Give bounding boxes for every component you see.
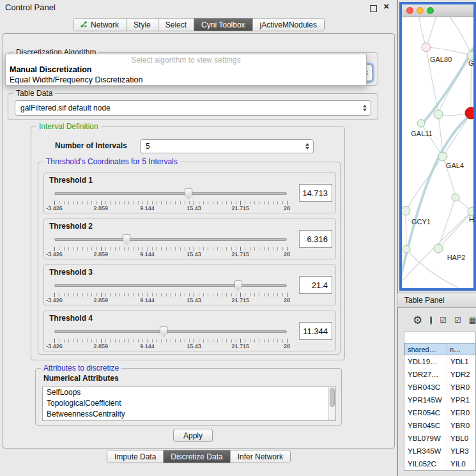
tab-network[interactable]: Network — [73, 19, 127, 31]
network-node[interactable] — [452, 194, 459, 201]
name-cell[interactable]: YBL0 — [447, 434, 475, 442]
table-row[interactable]: YLR345WYLR3 — [404, 445, 475, 457]
shared-name-cell[interactable]: YBR043C — [404, 381, 447, 394]
scale-label: 28 — [284, 297, 290, 303]
shared-name-cell[interactable]: YIL052C — [404, 457, 447, 470]
name-cell[interactable]: YBR0 — [447, 422, 475, 429]
num-intervals-select[interactable]: 5 — [140, 139, 314, 153]
name-cell[interactable]: YBR0 — [447, 383, 475, 391]
attribute-item[interactable]: TopologicalCoefficient — [43, 398, 335, 409]
slider-track[interactable] — [54, 330, 287, 333]
slider-scale: -3.4262.8599.14415.4321.71528 — [54, 297, 287, 304]
slider-track[interactable] — [54, 238, 287, 241]
shared-name-cell[interactable]: YDR27… — [404, 368, 447, 381]
tab-discretize-data[interactable]: Discretize Data — [164, 450, 230, 463]
tab-infer-network[interactable]: Infer Network — [231, 450, 290, 463]
tab-impute-data[interactable]: Impute Data — [107, 450, 164, 463]
network-node[interactable] — [438, 152, 447, 161]
shared-name-cell[interactable]: YLR345W — [404, 445, 447, 457]
table-row[interactable]: YDL19…YDL1 — [404, 355, 475, 368]
attributes-list[interactable]: SelfLoopsTopologicalCoefficientBetweenne… — [42, 387, 336, 421]
threshold-value-field[interactable]: 14.713 — [299, 184, 332, 202]
table-row[interactable]: YER054CYER0 — [404, 406, 475, 419]
node-table: shared… n… YDL19…YDL1YDR27…YDR2YBR043CYB… — [404, 332, 476, 471]
table-data-select[interactable]: galFiltered.sif default node — [15, 100, 371, 116]
threshold-slider[interactable] — [54, 280, 287, 292]
threshold-value-field[interactable]: 21.4 — [299, 276, 332, 294]
name-cell[interactable]: YDL1 — [447, 358, 475, 365]
tab-style[interactable]: Style — [127, 19, 158, 31]
network-node[interactable] — [468, 207, 473, 216]
table-row[interactable]: YIL052CYIL0 — [404, 457, 475, 470]
name-cell[interactable]: YPR1 — [447, 396, 475, 404]
slider-handle[interactable] — [234, 280, 242, 291]
threshold-slider[interactable] — [54, 326, 287, 338]
tab-select[interactable]: Select — [158, 19, 194, 31]
network-node[interactable] — [467, 51, 473, 60]
group-title: Threshold's Coordinates for 5 Intervals — [43, 157, 180, 166]
network-node[interactable] — [434, 110, 443, 119]
table-row[interactable]: YPR145WYPR1 — [404, 394, 475, 406]
slider-handle[interactable] — [185, 188, 193, 199]
grid-icon[interactable]: ▦ — [469, 316, 476, 324]
attribute-item[interactable]: SelfLoops — [43, 387, 335, 398]
slider-handle[interactable] — [122, 234, 130, 245]
gear-icon[interactable]: ⚙ — [413, 315, 422, 326]
slider-handle[interactable] — [160, 326, 168, 337]
float-window-icon[interactable] — [370, 5, 377, 12]
tab-cyni-toolbox[interactable]: Cyni Toolbox — [194, 19, 252, 31]
table-row[interactable]: YBR043CYBR0 — [404, 381, 475, 394]
selected-network-node[interactable] — [465, 107, 473, 119]
table-row[interactable]: YBR045CYBR0 — [404, 419, 475, 432]
deselect-all-icon[interactable]: ☑ — [454, 316, 461, 324]
apply-button[interactable]: Apply — [173, 429, 213, 442]
close-icon[interactable]: × — [383, 1, 389, 12]
network-canvas[interactable]: GAL80 GAL11 GAL4 GCY1 HAP2 GA H — [402, 17, 473, 288]
interval-definition-group: Interval Definition Number of Intervals … — [31, 127, 345, 360]
shared-name-cell[interactable]: YBR045C — [404, 419, 447, 432]
slider-track[interactable] — [54, 192, 287, 195]
scrollbar-thumb[interactable] — [330, 388, 335, 407]
slider-major-ticks — [54, 201, 288, 205]
shared-name-cell[interactable]: YPR145W — [404, 394, 447, 406]
threshold-slider[interactable] — [54, 234, 287, 246]
node-label: GAL80 — [430, 56, 452, 63]
name-cell[interactable]: YLR3 — [447, 447, 475, 455]
column-header-name[interactable]: n… — [447, 343, 475, 355]
network-node[interactable] — [417, 119, 425, 127]
shared-name-cell[interactable]: YBL079W — [404, 432, 447, 445]
scrollbar[interactable] — [328, 387, 335, 420]
scale-label: 2.859 — [94, 297, 109, 303]
popup-option-manual-discretization[interactable]: Manual Discretization — [6, 65, 366, 75]
network-node[interactable] — [422, 43, 431, 52]
table-row[interactable]: YBL079WYBL0 — [404, 432, 475, 445]
attribute-item[interactable]: BetweennessCentrality — [43, 409, 335, 420]
select-all-icon[interactable]: ☑ — [440, 316, 447, 324]
shared-name-cell[interactable]: YER054C — [404, 406, 447, 419]
popup-option-equal-width-frequency[interactable]: Equal Width/Frequency Discretization — [6, 75, 366, 85]
columns-icon[interactable] — [430, 316, 432, 325]
threshold-value-field[interactable]: 11.344 — [299, 322, 332, 340]
close-traffic-light-icon[interactable] — [406, 7, 413, 14]
threshold-value-field[interactable]: 6.316 — [299, 230, 332, 248]
name-cell[interactable]: YDR2 — [447, 371, 475, 378]
scale-label: 15.43 — [187, 251, 201, 257]
shared-name-cell[interactable]: YDL19… — [404, 355, 447, 368]
tab-jactivemnodules[interactable]: jActiveMNodules — [253, 19, 324, 31]
network-tab-icon — [81, 21, 88, 28]
name-cell[interactable]: YER0 — [447, 409, 475, 417]
scale-label: 9.144 — [140, 343, 155, 349]
network-graph[interactable]: GAL80 GAL11 GAL4 GCY1 HAP2 GA H — [402, 17, 473, 288]
network-node[interactable] — [434, 244, 443, 253]
table-panel-header: Table Panel — [397, 293, 476, 308]
network-node[interactable] — [403, 245, 410, 253]
threshold-slider[interactable] — [54, 188, 287, 200]
network-node[interactable] — [402, 206, 410, 215]
network-view-window[interactable]: GAL80 GAL11 GAL4 GCY1 HAP2 GA H — [399, 2, 476, 291]
name-cell[interactable]: YIL0 — [447, 460, 475, 468]
minimize-traffic-light-icon[interactable] — [417, 7, 424, 14]
table-row[interactable]: YDR27…YDR2 — [404, 368, 475, 381]
zoom-traffic-light-icon[interactable] — [427, 7, 434, 14]
slider-track[interactable] — [54, 284, 287, 287]
column-header-shared-name[interactable]: shared… — [404, 343, 447, 355]
